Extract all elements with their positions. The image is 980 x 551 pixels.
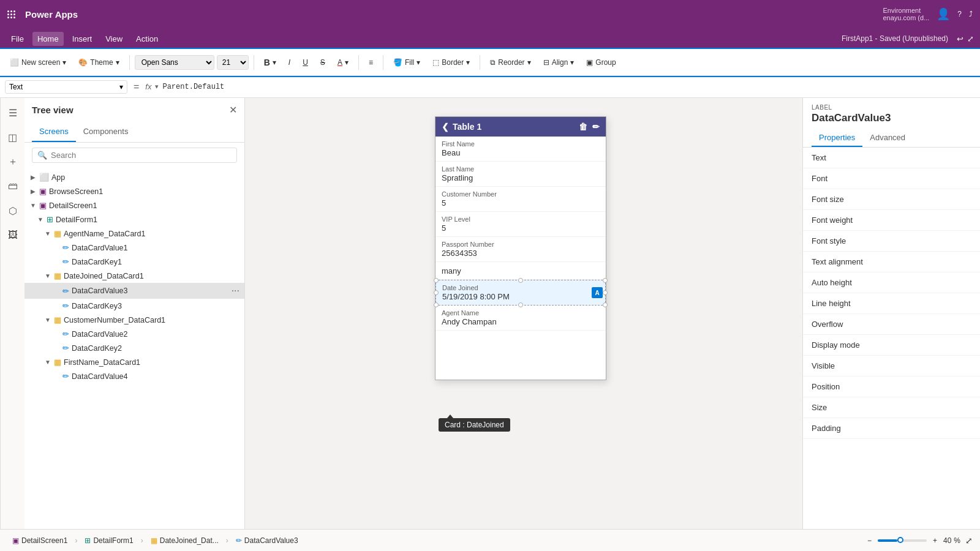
font-select[interactable]: Open Sans <box>135 55 214 70</box>
prop-row-display-mode[interactable]: Display mode <box>803 335 980 356</box>
group-button[interactable]: ▣ Group <box>581 56 620 69</box>
menu-action[interactable]: Action <box>131 32 163 46</box>
tree-item-datejoined-datacard1[interactable]: ▼ ▦ DateJoined_DataCard1 <box>24 269 244 283</box>
theme-icon: 🎨 <box>78 58 88 67</box>
prop-row-font-style[interactable]: Font style <box>803 231 980 252</box>
prop-row-font[interactable]: Font <box>803 168 980 189</box>
resize-handle-br[interactable] <box>603 302 608 307</box>
theme-button[interactable]: 🎨 Theme ▾ <box>74 56 124 69</box>
datacardkey-icon-1: ✏ <box>62 257 69 266</box>
zoom-thumb[interactable] <box>897 537 903 543</box>
prop-row-font-size[interactable]: Font size <box>803 189 980 210</box>
insert-icon[interactable]: ＋ <box>3 152 23 171</box>
tree-item-agentname-datacard1[interactable]: ▼ ▦ AgentName_DataCard1 <box>24 227 244 241</box>
fill-button[interactable]: 🪣 Fill ▾ <box>388 56 425 69</box>
font-size-select[interactable]: 21 <box>217 55 249 70</box>
menu-insert[interactable]: Insert <box>67 32 97 46</box>
italic-button[interactable]: I <box>284 56 295 69</box>
layers-icon[interactable]: ◫ <box>3 127 23 147</box>
resize-handle-tm[interactable] <box>518 278 523 283</box>
menu-home[interactable]: Home <box>32 32 64 46</box>
tree-item-datacardvalue3[interactable]: ▶ ✏ DataCardValue3 ··· <box>24 283 244 299</box>
tab-components[interactable]: Components <box>76 122 136 142</box>
reorder-icon: ⧉ <box>490 58 496 67</box>
right-tab-advanced[interactable]: Advanced <box>862 129 913 147</box>
align-button[interactable]: ≡ <box>364 56 378 69</box>
prop-row-visible[interactable]: Visible <box>803 356 980 377</box>
prop-row-line-height[interactable]: Line height <box>803 293 980 314</box>
app-grid-icon[interactable] <box>7 10 15 18</box>
resize-handle-ml[interactable] <box>434 290 439 295</box>
user-icon[interactable]: 👤 <box>937 7 950 21</box>
tree-item-context-menu[interactable]: ··· <box>232 285 239 296</box>
tree-item-detailscreen1[interactable]: ▼ ▣ DetailScreen1 <box>24 198 244 212</box>
resize-handle-bm[interactable] <box>518 302 523 307</box>
prop-row-font-weight[interactable]: Font weight <box>803 210 980 231</box>
widget-card[interactable]: ❮ Table 1 🗑 ✏ First Name Beau Last Name … <box>435 116 606 380</box>
tooltip-card: Card : DateJoined <box>439 418 510 432</box>
formula-input[interactable]: Parent.Default <box>162 83 975 91</box>
breadcrumb-detailform1[interactable]: ⊞ DetailForm1 <box>80 534 138 547</box>
tree-item-datacardkey3[interactable]: ▶ ✏ DataCardKey3 <box>24 299 244 313</box>
tree-item-app[interactable]: ▶ ⬜ App <box>24 170 244 184</box>
breadcrumb-detailscreen1[interactable]: ▣ DetailScreen1 <box>7 534 72 547</box>
reorder-button[interactable]: ⧉ Reorder ▾ <box>485 56 535 69</box>
tree-item-datacardvalue1[interactable]: ▶ ✏ DataCardValue1 <box>24 241 244 255</box>
zoom-in-button[interactable]: + <box>929 535 941 546</box>
tree-arrow-datecard: ▼ <box>44 272 51 279</box>
search-input[interactable] <box>51 151 232 160</box>
widget-row-customernumber: Customer Number 5 <box>435 187 606 212</box>
breadcrumb-datacardvalue3[interactable]: ✏ DataCardValue3 <box>231 534 303 547</box>
new-screen-button[interactable]: ⬜ New screen ▾ <box>5 56 71 69</box>
prop-row-size[interactable]: Size <box>803 397 980 418</box>
data-icon[interactable]: 🗃 <box>3 176 23 196</box>
expand-icon[interactable]: ⤢ <box>967 34 974 43</box>
tree-item-datacardkey2[interactable]: ▶ ✏ DataCardKey2 <box>24 341 244 355</box>
widget-edit-icon[interactable]: ✏ <box>592 122 600 132</box>
resize-handle-tl[interactable] <box>434 278 439 283</box>
underline-button[interactable]: U <box>298 56 313 69</box>
share-icon[interactable]: ⤴ <box>969 10 973 18</box>
tab-screens[interactable]: Screens <box>32 122 76 142</box>
breadcrumb-datejoined[interactable]: ▦ DateJoined_Dat... <box>146 534 224 547</box>
menu-view[interactable]: View <box>100 32 127 46</box>
sidebar-close-button[interactable]: ✕ <box>229 104 237 116</box>
right-tab-properties[interactable]: Properties <box>812 129 862 147</box>
undo-icon[interactable]: ↩ <box>957 34 963 43</box>
widget-back-icon[interactable]: ❮ <box>442 122 449 132</box>
menu-file[interactable]: File <box>6 32 29 46</box>
tree-item-detailform1[interactable]: ▼ ⊞ DetailForm1 <box>24 212 244 227</box>
fit-screen-icon[interactable]: ⤢ <box>965 536 973 545</box>
zoom-out-button[interactable]: − <box>864 535 875 546</box>
widget-row-datejoined[interactable]: Date Joined 5/19/2019 8:00 PM A <box>435 280 606 305</box>
prop-row-auto-height[interactable]: Auto height <box>803 272 980 293</box>
border-button[interactable]: ⬚ Border ▾ <box>428 56 475 69</box>
tree-item-datacardkey1[interactable]: ▶ ✏ DataCardKey1 <box>24 255 244 269</box>
font-color-button[interactable]: A ▾ <box>333 56 353 69</box>
new-screen-chevron-icon: ▾ <box>62 58 66 67</box>
tree-item-customernumber-datacard1[interactable]: ▼ ▦ CustomerNumber_DataCard1 <box>24 313 244 327</box>
resize-handle-tr[interactable] <box>603 278 608 283</box>
prop-row-position[interactable]: Position <box>803 377 980 397</box>
prop-row-padding[interactable]: Padding <box>803 418 980 439</box>
widget-row-value-firstname: Beau <box>442 148 600 157</box>
prop-row-text[interactable]: Text <box>803 148 980 168</box>
strikethrough-button[interactable]: S <box>315 56 330 69</box>
resize-handle-bl[interactable] <box>434 302 439 307</box>
widget-delete-icon[interactable]: 🗑 <box>579 122 587 132</box>
media-icon[interactable]: 🖼 <box>3 225 23 245</box>
tree-item-firstname-datacard1[interactable]: ▼ ▦ FirstName_DataCard1 <box>24 355 244 369</box>
align-items-button[interactable]: ⊟ Align ▾ <box>538 56 579 69</box>
bold-button[interactable]: B ▾ <box>259 55 281 70</box>
tree-item-datacardvalue2[interactable]: ▶ ✏ DataCardValue2 <box>24 327 244 341</box>
help-icon[interactable]: ? <box>957 10 962 18</box>
zoom-bar[interactable] <box>878 539 927 542</box>
prop-row-text-alignment[interactable]: Text alignment <box>803 252 980 272</box>
hamburger-icon[interactable]: ☰ <box>3 103 23 122</box>
tree-item-datacardvalue4[interactable]: ▶ ✏ DataCardValue4 <box>24 369 244 383</box>
prop-row-overflow[interactable]: Overflow <box>803 314 980 335</box>
resize-handle-mr[interactable] <box>603 290 608 295</box>
variables-icon[interactable]: ⬡ <box>3 201 23 220</box>
formula-dropdown[interactable]: Text ▾ <box>5 80 127 94</box>
tree-item-browsescreen1[interactable]: ▶ ▣ BrowseScreen1 <box>24 184 244 198</box>
